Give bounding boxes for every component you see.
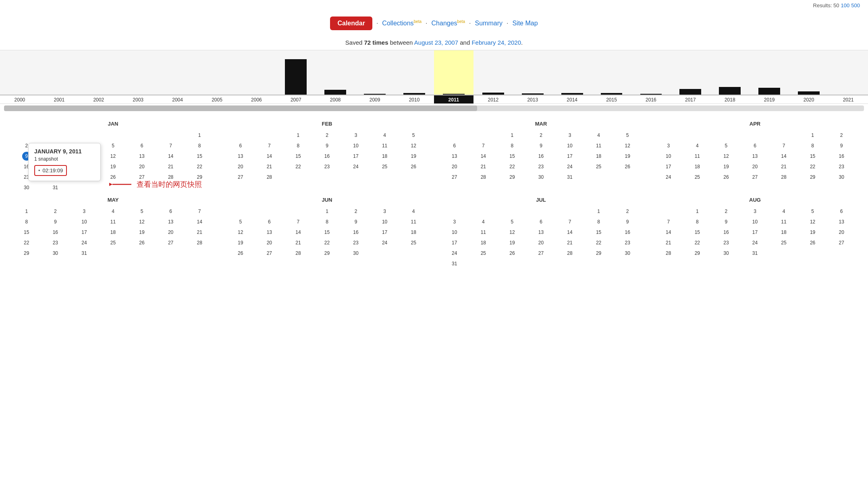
cal-day: 4 xyxy=(99,206,128,217)
year-label-2006[interactable]: 2006 xyxy=(237,95,276,103)
timeline-year-2010[interactable] xyxy=(395,50,434,95)
year-label-2017[interactable]: 2017 xyxy=(671,95,710,103)
result-500-link[interactable]: 500 xyxy=(851,2,860,8)
cal-day: 23 xyxy=(41,238,70,248)
cal-day: 11 xyxy=(399,217,428,227)
nav-bar: Calendar · Collectionsbeta · Changesbeta… xyxy=(0,11,868,34)
year-label-2015[interactable]: 2015 xyxy=(592,95,631,103)
timeline-year-2009[interactable] xyxy=(355,50,395,95)
timeline-scrollbar[interactable] xyxy=(4,105,864,111)
cal-day: 23 xyxy=(712,238,741,248)
timeline-year-2011[interactable] xyxy=(434,50,473,95)
cal-day: 5 xyxy=(498,217,527,227)
timeline-year-2013[interactable] xyxy=(513,50,552,95)
year-label-2005[interactable]: 2005 xyxy=(197,95,237,103)
cal-day: 9 xyxy=(827,140,856,151)
timeline-bar-2013 xyxy=(522,93,544,95)
cal-day: 7 xyxy=(185,206,214,217)
cal-day: 14 xyxy=(284,227,313,238)
cal-day: 18 xyxy=(399,227,428,238)
year-label-2019[interactable]: 2019 xyxy=(750,95,789,103)
year-label-2011[interactable]: 2011 xyxy=(434,95,473,103)
cal-day: 24 xyxy=(370,238,399,248)
cal-day: 29 xyxy=(584,248,613,258)
cal-day xyxy=(555,258,584,269)
cal-day: 30 xyxy=(341,248,370,258)
cal-day xyxy=(156,248,185,258)
year-label-2016[interactable]: 2016 xyxy=(631,95,671,103)
year-label-2012[interactable]: 2012 xyxy=(473,95,513,103)
collections-link[interactable]: Collectionsbeta xyxy=(382,19,422,27)
cal-day: 22 xyxy=(683,238,712,248)
result-100-link[interactable]: 100 xyxy=(841,2,850,8)
month-block-mar: MAR1234567891011121314151617181920212223… xyxy=(440,121,642,193)
cal-day: 25 xyxy=(769,238,798,248)
timeline-year-2007[interactable] xyxy=(276,50,316,95)
timeline-year-2016[interactable] xyxy=(631,50,671,95)
cal-day xyxy=(654,206,683,217)
cal-day: 3 xyxy=(741,206,770,217)
year-label-2004[interactable]: 2004 xyxy=(158,95,197,103)
year-label-2002[interactable]: 2002 xyxy=(79,95,118,103)
cal-day: 2 xyxy=(341,206,370,217)
timeline-year-2018[interactable] xyxy=(710,50,750,95)
timeline-year-2008[interactable] xyxy=(316,50,355,95)
cal-day: 25 xyxy=(370,161,399,172)
year-label-2003[interactable]: 2003 xyxy=(118,95,158,103)
cal-day: 2 xyxy=(827,130,856,140)
timeline-year-2002[interactable] xyxy=(79,50,118,95)
cal-day: 12 xyxy=(127,217,156,227)
cal-day: 28 xyxy=(555,248,584,258)
cal-day: 1 xyxy=(584,206,613,217)
cal-day: 8 xyxy=(12,217,41,227)
cal-day: 4 xyxy=(683,140,712,151)
cal-day: 9 xyxy=(41,217,70,227)
year-label-2018[interactable]: 2018 xyxy=(710,95,750,103)
month-block-may: MAY1234567891011121314151617181920212223… xyxy=(12,197,214,269)
cal-day xyxy=(284,206,313,217)
date-end-link[interactable]: February 24, 2020 xyxy=(471,39,521,46)
year-label-2013[interactable]: 2013 xyxy=(513,95,552,103)
year-label-2009[interactable]: 2009 xyxy=(355,95,395,103)
cal-day: 18 xyxy=(99,227,128,238)
timeline-year-2003[interactable] xyxy=(118,50,158,95)
timeline-chart[interactable] xyxy=(0,50,868,95)
cal-day: 16 xyxy=(313,151,342,161)
timeline-year-2021[interactable] xyxy=(829,50,868,95)
cal-day xyxy=(469,130,498,140)
year-label-2021[interactable]: 2021 xyxy=(829,95,868,103)
cal-day: 18 xyxy=(469,238,498,248)
cal-day xyxy=(769,248,798,258)
timeline-year-2005[interactable] xyxy=(197,50,237,95)
year-label-2020[interactable]: 2020 xyxy=(789,95,829,103)
timeline-year-2017[interactable] xyxy=(671,50,710,95)
year-label-2007[interactable]: 2007 xyxy=(276,95,316,103)
sitemap-link[interactable]: Site Map xyxy=(512,20,538,27)
timeline-year-2020[interactable] xyxy=(789,50,829,95)
scrollbar-thumb[interactable] xyxy=(4,105,477,111)
year-label-2000[interactable]: 2000 xyxy=(0,95,39,103)
date-start-link[interactable]: August 23, 2007 xyxy=(414,39,458,46)
year-label-2010[interactable]: 2010 xyxy=(395,95,434,103)
changes-link[interactable]: Changesbeta xyxy=(432,19,465,27)
timeline-year-2001[interactable] xyxy=(39,50,79,95)
calendar-button[interactable]: Calendar xyxy=(330,17,372,30)
cal-day: 6 xyxy=(527,217,556,227)
summary-link[interactable]: Summary xyxy=(475,20,503,27)
timeline-year-2015[interactable] xyxy=(592,50,631,95)
cal-day: 11 xyxy=(584,140,613,151)
year-label-2008[interactable]: 2008 xyxy=(316,95,355,103)
year-label-2001[interactable]: 2001 xyxy=(39,95,79,103)
cal-day xyxy=(613,172,642,182)
year-label-2014[interactable]: 2014 xyxy=(552,95,592,103)
timeline-year-2004[interactable] xyxy=(158,50,197,95)
timeline-year-2006[interactable] xyxy=(237,50,276,95)
cal-day: 30 xyxy=(527,172,556,182)
timeline-year-2000[interactable] xyxy=(0,50,39,95)
timeline-year-2012[interactable] xyxy=(473,50,513,95)
timeline-year-2014[interactable] xyxy=(552,50,592,95)
cal-day: 31 xyxy=(741,248,770,258)
snapshot-time-link[interactable]: •02:19:09 xyxy=(34,165,67,176)
saved-post: . xyxy=(521,39,523,46)
timeline-year-2019[interactable] xyxy=(750,50,789,95)
